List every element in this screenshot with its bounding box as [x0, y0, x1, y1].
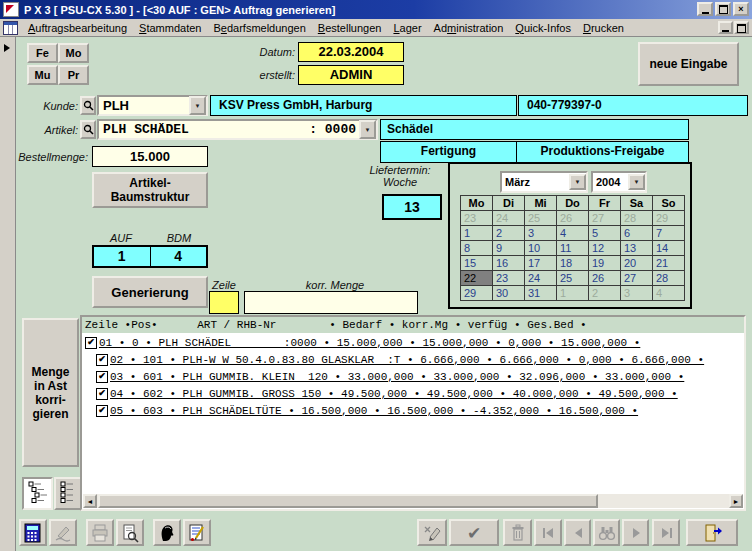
mdi-child-icon[interactable]: [3, 21, 18, 35]
calendar-day[interactable]: 24: [493, 211, 525, 226]
mu-button[interactable]: Mu: [27, 65, 58, 85]
calendar-day[interactable]: 7: [653, 226, 685, 241]
calendar-day[interactable]: 19: [589, 256, 621, 271]
calendar-day[interactable]: 25: [525, 211, 557, 226]
horizontal-scrollbar[interactable]: ◄ ►: [83, 494, 743, 508]
status-fertigung[interactable]: Fertigung: [380, 141, 516, 163]
kunde-combobox[interactable]: PLH ▼: [97, 95, 208, 116]
chevron-down-icon[interactable]: ▼: [628, 174, 645, 190]
calendar-day[interactable]: 15: [461, 256, 493, 271]
calendar-day[interactable]: 17: [525, 256, 557, 271]
calendar-day[interactable]: 3: [525, 226, 557, 241]
calendar-day[interactable]: 4: [557, 226, 589, 241]
tree-view-toggle-button[interactable]: [22, 477, 53, 510]
fe-button[interactable]: Fe: [27, 43, 58, 63]
calendar-day[interactable]: 30: [493, 286, 525, 301]
calendar-day[interactable]: 28: [653, 271, 685, 286]
menge-in-ast-korrigieren-button[interactable]: Menge in Ast korri- gieren: [22, 318, 79, 467]
calendar-day[interactable]: 21: [653, 256, 685, 271]
last-record-button[interactable]: [652, 519, 680, 546]
notes-button[interactable]: [183, 519, 211, 546]
flat-view-toggle-button[interactable]: [54, 477, 82, 510]
generierung-button[interactable]: Generierung: [92, 276, 208, 308]
chevron-down-icon[interactable]: ▼: [569, 174, 586, 190]
neue-eingabe-button[interactable]: neue Eingabe: [638, 42, 739, 86]
restore-button[interactable]: [715, 2, 731, 16]
scroll-left-button[interactable]: ◄: [83, 494, 97, 508]
grid-row[interactable]: ✔04 • 602 • PLH GUMMIB. GROSS 150 • 49.5…: [93, 385, 744, 402]
row-checkbox[interactable]: ✔: [96, 371, 108, 383]
calendar-day[interactable]: 26: [557, 211, 589, 226]
minimize-button[interactable]: [697, 2, 713, 16]
calendar-day[interactable]: 27: [621, 271, 653, 286]
artikel-search-button[interactable]: [80, 120, 96, 139]
liefertermin-woche-value[interactable]: 13: [382, 194, 442, 220]
first-record-button[interactable]: [534, 519, 562, 546]
user-info-button[interactable]: [153, 519, 181, 546]
calendar-day[interactable]: 2: [493, 226, 525, 241]
calendar-day[interactable]: 8: [461, 241, 493, 256]
calendar-day[interactable]: 1: [461, 226, 493, 241]
menu-bestellungen[interactable]: Bestellungen: [312, 21, 388, 35]
menu-administration[interactable]: Administration: [428, 21, 510, 35]
calendar-day[interactable]: 4: [653, 286, 685, 301]
calendar-month-select[interactable]: März ▼: [500, 171, 588, 193]
menu-quickinfos[interactable]: Quick-Infos: [509, 21, 577, 35]
mo-button[interactable]: Mo: [58, 43, 89, 63]
calendar-day[interactable]: 27: [589, 211, 621, 226]
calendar-day[interactable]: 24: [525, 271, 557, 286]
artikel-combobox[interactable]: PLH SCHÄDEL : 0000 ▼: [97, 119, 378, 140]
close-button[interactable]: ×: [733, 2, 749, 16]
grid-row[interactable]: ✔01 • 0 • PLH SCHÄDEL :0000 • 15.000,000…: [82, 334, 744, 351]
calendar-day[interactable]: 11: [557, 241, 589, 256]
menu-bedarfsmeldungen[interactable]: Bedarfsmeldungen: [207, 21, 311, 35]
calendar-day[interactable]: 9: [493, 241, 525, 256]
search-records-button[interactable]: [593, 519, 620, 546]
confirm-button[interactable]: ✔: [449, 519, 499, 546]
grid-row[interactable]: ✔02 • 101 • PLH-W W 50.4.0.83.80 GLASKLA…: [93, 351, 744, 368]
row-checkbox[interactable]: ✔: [96, 354, 108, 366]
exit-button[interactable]: [686, 519, 738, 546]
calendar-day[interactable]: 5: [589, 226, 621, 241]
zeile-input[interactable]: [209, 291, 239, 314]
status-produktions-freigabe[interactable]: Produktions-Freigabe: [516, 141, 689, 163]
calendar-day[interactable]: 28: [621, 211, 653, 226]
calendar-day[interactable]: 6: [621, 226, 653, 241]
calendar-day[interactable]: 16: [493, 256, 525, 271]
calendar-day[interactable]: 20: [621, 256, 653, 271]
row-checkbox[interactable]: ✔: [96, 405, 108, 417]
correction-pen-button[interactable]: [417, 519, 447, 546]
calendar-day[interactable]: 29: [461, 286, 493, 301]
previous-record-button[interactable]: [564, 519, 591, 546]
calendar-day[interactable]: 12: [589, 241, 621, 256]
scrollbar-thumb[interactable]: [98, 494, 598, 508]
calendar-day[interactable]: 29: [653, 211, 685, 226]
print-preview-button[interactable]: [116, 519, 144, 546]
mdi-minimize-button[interactable]: [718, 21, 733, 34]
row-checkbox[interactable]: ✔: [85, 337, 97, 349]
print-button[interactable]: [86, 519, 114, 546]
calendar-day[interactable]: 23: [461, 211, 493, 226]
calendar-day[interactable]: 26: [589, 271, 621, 286]
calendar-day[interactable]: 3: [621, 286, 653, 301]
menu-lager[interactable]: Lager: [387, 21, 427, 35]
grid-row[interactable]: ✔03 • 601 • PLH GUMMIB. KLEIN 120 • 33.0…: [93, 368, 744, 385]
row-checkbox[interactable]: ✔: [96, 388, 108, 400]
calendar-day[interactable]: 18: [557, 256, 589, 271]
pr-button[interactable]: Pr: [58, 65, 89, 85]
korr-menge-input[interactable]: [244, 291, 418, 314]
menu-stammdaten[interactable]: Stammdaten: [133, 21, 207, 35]
calendar-day[interactable]: 25: [557, 271, 589, 286]
calendar-day[interactable]: 2: [589, 286, 621, 301]
scroll-right-button[interactable]: ►: [729, 494, 743, 508]
calendar-day[interactable]: 31: [525, 286, 557, 301]
calendar-day[interactable]: 14: [653, 241, 685, 256]
sign-button[interactable]: [49, 519, 77, 546]
delete-button[interactable]: [503, 519, 532, 546]
chevron-down-icon[interactable]: ▼: [189, 96, 206, 115]
chevron-down-icon[interactable]: ▼: [359, 120, 376, 139]
artikel-baumstruktur-button[interactable]: Artikel- Baumstruktur: [92, 172, 208, 208]
calendar-day[interactable]: 23: [493, 271, 525, 286]
calculator-button[interactable]: [19, 519, 47, 546]
calendar-day[interactable]: 1: [557, 286, 589, 301]
